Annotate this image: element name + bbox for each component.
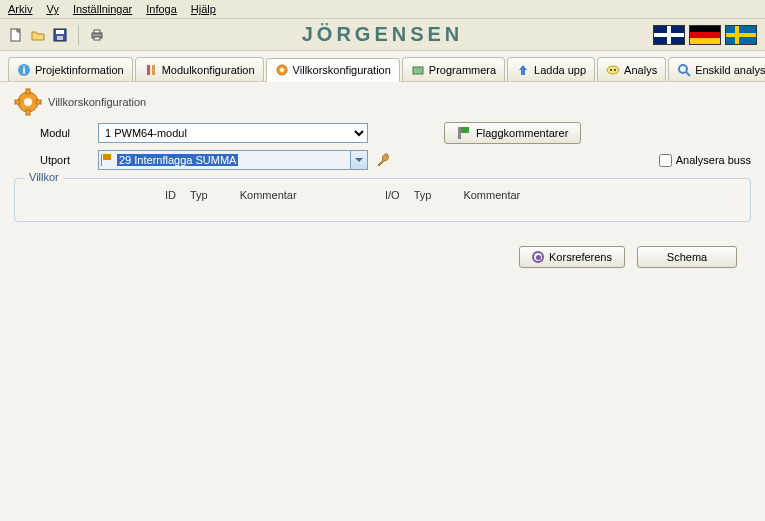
menu-arkiv[interactable]: Arkiv [8,3,32,15]
toolbar-separator [78,25,79,45]
tab-villkor[interactable]: Villkorskonfiguration [266,58,400,82]
modul-label: Modul [40,127,90,139]
page-body: Villkorskonfiguration Modul 1 PWM64-modu… [0,82,765,236]
menu-bar: Arkiv Vy Inställningar Infoga Hjälp [0,0,765,19]
open-file-icon[interactable] [30,27,46,43]
button-label: Korsreferens [549,251,612,263]
gear-large-icon [14,88,42,116]
program-icon [411,63,425,77]
svg-point-15 [610,69,612,71]
hdr-typ: Typ [190,189,208,203]
print-icon[interactable] [89,27,105,43]
svg-point-20 [24,98,32,106]
hdr-komm2: Kommentar [463,189,520,203]
fieldset-legend: Villkor [25,171,63,183]
footer-buttons: Korsreferens Schema [0,236,765,278]
svg-rect-23 [15,100,20,104]
info-icon: i [17,63,31,77]
tab-prog[interactable]: Programmera [402,57,505,81]
menu-vy[interactable]: Vy [46,3,58,15]
svg-rect-10 [152,65,155,75]
svg-rect-6 [94,37,100,40]
search-icon [677,63,691,77]
language-flags [653,25,757,45]
crossref-icon [532,251,544,263]
modul-select[interactable]: 1 PWM64-modul [98,123,368,143]
tab-label: Ladda upp [534,64,586,76]
menu-inst[interactable]: Inställningar [73,3,132,15]
new-file-icon[interactable] [8,27,24,43]
button-label: Schema [667,251,707,263]
menu-hjalp[interactable]: Hjälp [191,3,216,15]
korsreferens-button[interactable]: Korsreferens [519,246,625,268]
menu-infoga[interactable]: Infoga [146,3,177,15]
wrench-icon[interactable] [376,152,392,168]
tab-bar: i Projektinformation Modulkonfiguration … [0,51,765,82]
tab-label: Analys [624,64,657,76]
dropdown-button[interactable] [350,151,367,169]
utport-value: 29 Internflagga SUMMA [117,154,238,166]
svg-rect-9 [147,65,150,75]
svg-point-14 [607,66,619,74]
toolbar: JÖRGENSEN [0,19,765,51]
gear-icon [275,63,289,77]
module-icon [144,63,158,77]
tab-label: Programmera [429,64,496,76]
svg-point-16 [614,69,616,71]
save-file-icon[interactable] [52,27,68,43]
hdr-id: ID [165,189,176,203]
svg-line-18 [686,72,690,76]
page-title: Villkorskonfiguration [14,88,751,116]
svg-rect-2 [56,30,64,34]
tab-label: Enskild analys [695,64,765,76]
hdr-typ2: Typ [414,189,432,203]
tab-modul[interactable]: Modulkonfiguration [135,57,264,81]
svg-text:i: i [22,64,25,76]
analys-buss-checkbox[interactable] [659,154,672,167]
svg-rect-21 [26,89,30,94]
svg-rect-3 [57,36,63,40]
tab-label: Modulkonfiguration [162,64,255,76]
upload-icon [516,63,530,77]
svg-rect-5 [94,30,100,33]
page-title-text: Villkorskonfiguration [48,96,146,108]
utport-select[interactable]: 29 Internflagga SUMMA [98,150,368,170]
utport-label: Utport [40,154,90,166]
flag-comments-button[interactable]: Flaggkommentarer [444,122,581,144]
tab-enskild[interactable]: Enskild analys [668,57,765,81]
svg-point-17 [679,65,687,73]
svg-rect-13 [413,67,423,74]
button-label: Flaggkommentarer [476,127,568,139]
hdr-komm: Kommentar [240,189,297,203]
analysis-icon [606,63,620,77]
tab-label: Projektinformation [35,64,124,76]
flag-de-icon[interactable] [689,25,721,45]
tab-projekt[interactable]: i Projektinformation [8,57,133,81]
tab-label: Villkorskonfiguration [293,64,391,76]
svg-rect-22 [26,110,30,115]
schema-button[interactable]: Schema [637,246,737,268]
tab-analys[interactable]: Analys [597,57,666,81]
port-flag-icon [101,154,113,166]
villkor-fieldset: Villkor ID Typ Kommentar I/O Typ Komment… [14,178,751,222]
tab-ladda[interactable]: Ladda upp [507,57,595,81]
svg-rect-24 [36,100,41,104]
flag-icon [457,126,471,140]
checkbox-label: Analysera buss [676,154,751,166]
flag-uk-icon[interactable] [653,25,685,45]
flag-se-icon[interactable] [725,25,757,45]
hdr-io: I/O [385,189,400,203]
svg-point-12 [280,68,284,72]
brand-logo: JÖRGENSEN [302,23,464,46]
